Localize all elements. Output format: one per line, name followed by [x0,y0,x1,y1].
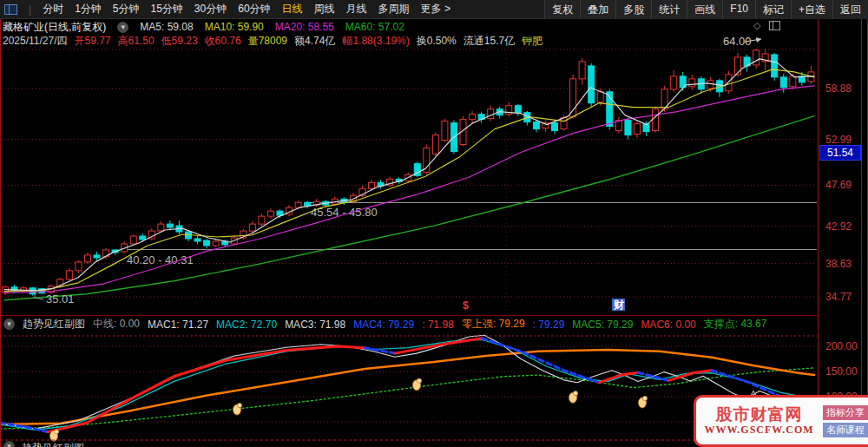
action-button-0[interactable]: 复权 [544,0,580,19]
watermark-badge-course: 名师课程 [823,423,868,437]
main-axis-label-4: 38.63 [825,258,862,270]
main-axis-label-1: 52.99 [825,134,862,146]
indicator-token-4: MAC3: 71.98 [285,319,345,331]
indicator-token-1: 中线: 0.00 [93,317,140,332]
quote-token-8: 换0.50% [417,34,457,49]
svg-text:财: 财 [613,299,624,311]
quote-token-5: 量78009 [248,34,287,49]
period-item-2[interactable]: 5分钟 [113,2,140,16]
period-menu: | 分时1分钟5分钟15分钟30分钟60分钟日线周线月线多周期更多 > [0,2,544,16]
indicator-token-8: : 79.29 [533,319,565,331]
toolbar-separator: | [29,3,31,16]
watermark-site-name: 股市财富网 [716,405,803,424]
split-pane-icon[interactable] [769,21,780,30]
action-button-2[interactable]: 多股 [615,0,651,19]
quote-token-10: 钾肥 [522,34,542,49]
period-item-1[interactable]: 1分钟 [75,2,102,16]
indicator-token-3: MAC2: 72.70 [216,319,277,331]
chart-canvas[interactable]: 45.54 - 45.8040.20 - 40.3135.0164.00$财 [0,0,868,447]
indicator-token-11: 支撑点: 43.67 [704,317,767,332]
period-item-8[interactable]: 月线 [346,2,367,16]
svg-text:45.54 - 45.80: 45.54 - 45.80 [311,206,378,219]
chevron-down-icon[interactable]: ▾ [117,22,128,33]
current-price-badge: 51.54 [819,145,861,161]
period-item-10[interactable]: 更多 > [421,2,450,16]
quote-token-2: 高61.50 [118,34,155,49]
action-button-3[interactable]: 统计 [651,0,687,19]
main-axis-label-2: 47.69 [825,179,862,191]
trading-app-window: | 分时1分钟5分钟15分钟30分钟60分钟日线周线月线多周期更多 > 复权叠加… [0,0,868,447]
quote-token-7: 幅1.88(3.19%) [342,34,409,49]
chevron-down-icon[interactable]: ▾ [3,319,15,330]
quote-token-0: 2025/11/27/四 [3,34,68,49]
main-axis-label-3: 42.92 [825,220,862,233]
svg-text:40.20 - 40.31: 40.20 - 40.31 [127,253,194,266]
watermark-site-url: WWW.GSCFW.COM [704,424,813,437]
ma-value-0: MA5: 59.08 [140,21,193,33]
action-button-6[interactable]: 标记 [755,0,791,19]
watermark-card: 股市财富网 WWW.GSCFW.COM 指标分享 名师课程 [694,395,868,447]
window-layout-icon[interactable] [4,4,17,15]
period-item-5[interactable]: 60分钟 [238,2,270,16]
svg-text:64.00: 64.00 [723,35,752,48]
chevron-down-icon: ▾ [3,441,15,447]
top-toolbar: | 分时1分钟5分钟15分钟30分钟60分钟日线周线月线多周期更多 > 复权叠加… [0,0,868,19]
ma-value-2: MA20: 58.55 [275,21,334,33]
quote-token-1: 开59.77 [75,34,111,49]
indicator-token-2: MAC1: 71.27 [148,319,208,331]
action-buttons: 复权叠加多股统计画线F10标记+自选返回 [544,0,868,19]
svg-text:$: $ [463,299,469,312]
sub-indicator-header: ▾ 趋势见红副图中线: 0.00MAC1: 71.27MAC2: 72.70MA… [1,317,819,332]
indicator-token-10: MAC6: 0.00 [641,319,695,331]
ma-value-1: MA10: 59.90 [205,21,264,33]
stock-title[interactable]: 藏格矿业(日线,前复权) [3,20,106,35]
watermark-text: 股市财富网 WWW.GSCFW.COM [700,405,818,437]
indicator-token-6: : 71.98 [422,319,454,331]
action-button-7[interactable]: +自选 [791,0,832,19]
watermark-badges: 指标分享 名师课程 [823,405,868,437]
sub-axis-label-0: 200.00 [825,340,862,352]
indicator-token-7: 零上强: 79.29 [462,317,525,332]
main-axis-label-5: 34.77 [825,291,862,303]
indicator-token-5: MAC4: 79.29 [353,319,414,331]
quote-token-6: 额4.74亿 [294,34,335,49]
quote-token-4: 收60.76 [205,34,241,49]
period-item-3[interactable]: 15分钟 [151,2,183,16]
period-item-4[interactable]: 30分钟 [194,2,227,16]
action-button-4[interactable]: 画线 [687,0,722,19]
period-item-7[interactable]: 周线 [314,2,335,16]
action-button-5[interactable]: F10 [722,0,755,19]
indicator-token-9: MAC5: 79.29 [572,319,633,331]
period-item-6[interactable]: 日线 [282,2,303,16]
ma-value-3: MA60: 57.02 [345,21,404,33]
period-item-9[interactable]: 多周期 [378,2,410,16]
indicator-token-0: 趋势见红副图 [23,317,85,332]
action-button-1[interactable]: 叠加 [580,0,615,19]
watermark-badge-share: 指标分享 [823,405,868,420]
action-button-8[interactable]: 返回 [832,0,868,19]
svg-text:35.01: 35.01 [46,293,75,306]
main-axis-label-0: 58.88 [825,82,862,95]
stock-header-row: 藏格矿业(日线,前复权) ▾ MA5: 59.08MA10: 59.90MA20… [0,19,404,35]
sub-axis-label-1: 150.00 [825,365,862,378]
quote-token-3: 低59.23 [161,34,198,49]
diamond-icon[interactable]: ◇ [753,20,760,31]
quote-info-row: 2025/11/27/四开59.77高61.50低59.23收60.76量780… [0,35,542,48]
quote-token-9: 流通15.7亿 [464,34,515,49]
period-item-0[interactable]: 分时 [43,2,63,16]
clipped-indicator-label: 趋势见红副图 [22,441,84,447]
